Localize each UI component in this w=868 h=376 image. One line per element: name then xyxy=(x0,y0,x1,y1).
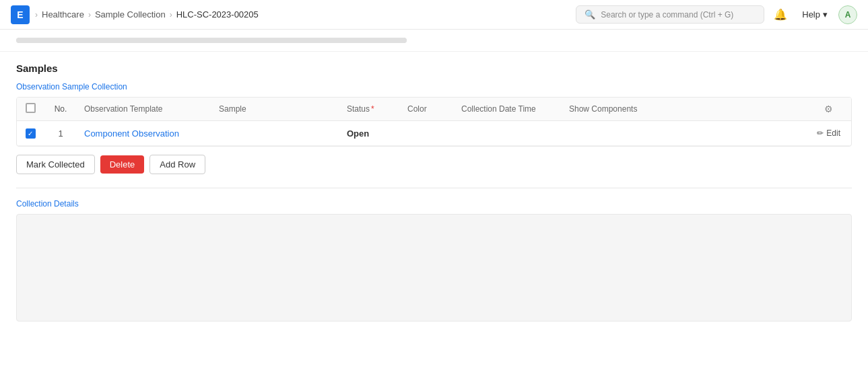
observation-template-link[interactable]: Component Observation xyxy=(84,128,179,139)
collection-details-box[interactable] xyxy=(16,214,852,322)
status-required-star: * xyxy=(371,104,374,114)
row-checkbox-cell[interactable]: ✓ xyxy=(17,121,44,146)
breadcrumb-healthcare[interactable]: Healthcare xyxy=(42,9,84,20)
row-sample xyxy=(212,121,340,146)
samples-table: No. Observation Template Sample Status* … xyxy=(17,98,851,146)
breadcrumb-sep-3: › xyxy=(170,10,172,20)
app-icon[interactable]: E xyxy=(11,5,30,24)
col-header-checkbox[interactable] xyxy=(17,98,44,121)
avatar[interactable]: A xyxy=(838,5,857,24)
row-edit-cell[interactable]: ✏ Edit xyxy=(806,121,851,146)
settings-icon[interactable]: ⚙ xyxy=(824,104,833,114)
table-header-row: No. Observation Template Sample Status* … xyxy=(17,98,851,121)
table-row: ✓ 1 Component Observation Open xyxy=(17,121,851,146)
collection-details-section: Collection Details xyxy=(16,188,852,322)
search-placeholder: Search or type a command (Ctrl + G) xyxy=(601,10,733,20)
add-row-button[interactable]: Add Row xyxy=(149,155,205,174)
row-status: Open xyxy=(340,121,401,146)
col-header-sample: Sample xyxy=(212,98,340,121)
search-icon: 🔍 xyxy=(585,9,595,20)
col-header-settings[interactable]: ⚙ xyxy=(806,98,851,121)
progress-bar-fill xyxy=(16,38,407,43)
row-datetime xyxy=(455,121,562,146)
notifications-button[interactable]: 🔔 xyxy=(770,4,791,26)
breadcrumb-sample-collection[interactable]: Sample Collection xyxy=(95,9,166,20)
row-no: 1 xyxy=(44,121,77,146)
subsection-label: Observation Sample Collection xyxy=(16,82,852,91)
action-buttons: Mark Collected Delete Add Row xyxy=(16,155,852,174)
topnav: E › Healthcare › Sample Collection › HLC… xyxy=(0,0,868,30)
breadcrumb: › Healthcare › Sample Collection › HLC-S… xyxy=(35,9,259,20)
header-checkbox[interactable] xyxy=(26,103,36,113)
main-content: Samples Observation Sample Collection No… xyxy=(0,52,868,332)
col-header-show-components: Show Components xyxy=(562,98,806,121)
progress-area xyxy=(0,30,868,52)
delete-button[interactable]: Delete xyxy=(100,155,145,174)
collection-details-label: Collection Details xyxy=(16,199,852,209)
samples-table-wrapper: No. Observation Template Sample Status* … xyxy=(16,97,852,147)
status-value: Open xyxy=(347,128,369,139)
edit-button[interactable]: ✏ Edit xyxy=(813,126,844,140)
breadcrumb-sep-2: › xyxy=(88,10,91,20)
row-show-components xyxy=(562,121,806,146)
search-bar[interactable]: 🔍 Search or type a command (Ctrl + G) xyxy=(576,5,764,24)
col-header-datetime: Collection Date Time xyxy=(455,98,562,121)
row-color xyxy=(401,121,455,146)
mark-collected-button[interactable]: Mark Collected xyxy=(16,155,95,174)
col-header-status: Status* xyxy=(340,98,401,121)
row-checkbox[interactable]: ✓ xyxy=(26,128,36,139)
progress-bar-track xyxy=(16,38,407,43)
col-header-no: No. xyxy=(44,98,77,121)
samples-title: Samples xyxy=(16,63,852,74)
chevron-down-icon: ▾ xyxy=(823,9,828,20)
edit-icon: ✏ xyxy=(817,128,824,138)
help-button[interactable]: Help ▾ xyxy=(797,7,833,22)
col-header-color: Color xyxy=(401,98,455,121)
row-observation-template[interactable]: Component Observation xyxy=(77,121,212,146)
col-header-observation-template: Observation Template xyxy=(77,98,212,121)
breadcrumb-sep-1: › xyxy=(35,10,38,20)
breadcrumb-current: HLC-SC-2023-00205 xyxy=(176,9,259,20)
